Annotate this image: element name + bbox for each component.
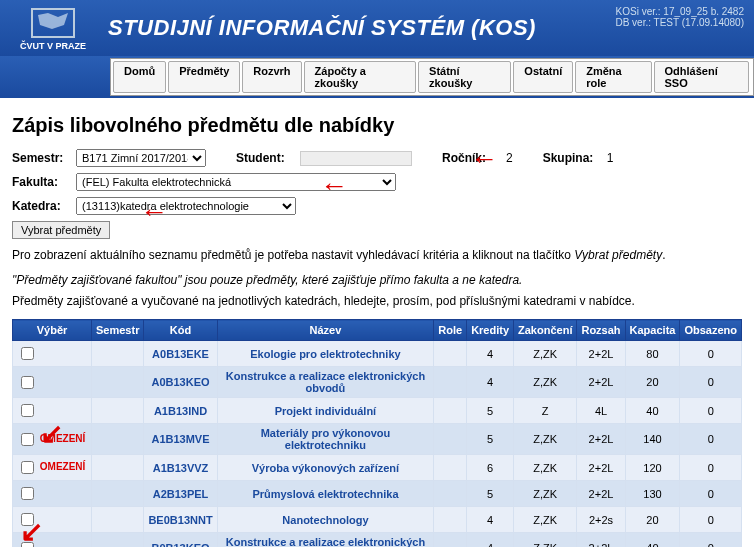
menu-ostatni[interactable]: Ostatní — [513, 61, 573, 93]
semestr-select[interactable]: B171 Zimní 2017/2018 — [76, 149, 206, 167]
katedra-label: Katedra: — [12, 199, 70, 213]
th-vyber[interactable]: Výběr — [13, 320, 92, 341]
cell-nazev[interactable]: Ekologie pro elektrotechniky — [217, 341, 434, 367]
table-row: A2B13PELPrůmyslová elektrotechnika5Z,ZK2… — [13, 481, 742, 507]
cell-role — [434, 455, 467, 481]
row-checkbox[interactable] — [21, 461, 34, 474]
cell-kap: 80 — [625, 341, 680, 367]
cell-kred: 4 — [467, 507, 514, 533]
cell-kap: 40 — [625, 398, 680, 424]
cell-roz: 2+2L — [577, 367, 625, 398]
cell-kod[interactable]: B0B13KEO — [144, 533, 217, 547]
menu-zmena-role[interactable]: Změna role — [575, 61, 651, 93]
menu-odhlaseni[interactable]: Odhlášení SSO — [654, 61, 750, 93]
menu-statni[interactable]: Státní zkoušky — [418, 61, 511, 93]
th-zakonceni[interactable]: Zakončení — [514, 320, 577, 341]
cell-roz: 2+2L — [577, 455, 625, 481]
table-row: A1B13INDProjekt individuální5Z4L400 — [13, 398, 742, 424]
menu-zapocty[interactable]: Zápočty a zkoušky — [304, 61, 416, 93]
cell-zak: Z,ZK — [514, 424, 577, 455]
subjects-table: Výběr Semestr Kód Název Role Kredity Zak… — [12, 319, 742, 547]
cell-kap: 40 — [625, 533, 680, 547]
cell-zak: Z,ZK — [514, 341, 577, 367]
katedra-select[interactable]: (13113)katedra elektrotechnologie — [76, 197, 296, 215]
cell-kred: 5 — [467, 481, 514, 507]
th-role[interactable]: Role — [434, 320, 467, 341]
omezeni-badge: OMEZENÍ — [37, 433, 85, 444]
omezeni-badge: OMEZENÍ — [37, 462, 85, 473]
cell-sem — [92, 367, 144, 398]
fakulta-select[interactable]: (FEL) Fakulta elektrotechnická — [76, 173, 396, 191]
menu-predmety[interactable]: Předměty — [168, 61, 240, 93]
cell-kred: 4 — [467, 367, 514, 398]
table-row: B0B13KEOKonstrukce a realizace elektroni… — [13, 533, 742, 547]
cell-roz: 2+2L — [577, 533, 625, 547]
table-row: A0B13EKEEkologie pro elektrotechniky4Z,Z… — [13, 341, 742, 367]
cell-kod[interactable]: BE0B13NNT — [144, 507, 217, 533]
table-row: BE0B13NNTNanotechnology4Z,ZK2+2s200 — [13, 507, 742, 533]
cell-zak: Z,ZK — [514, 533, 577, 547]
page-title: Zápis libovolného předmětu dle nabídky — [12, 114, 742, 137]
th-kapacita[interactable]: Kapacita — [625, 320, 680, 341]
cell-kod[interactable]: A1B13IND — [144, 398, 217, 424]
kosi-version: KOSi ver.: 17_09_25 b. 2482 — [615, 6, 744, 17]
cell-kap: 140 — [625, 424, 680, 455]
logo-caption: ČVUT V PRAZE — [20, 41, 86, 51]
db-version: DB ver.: TEST (17.09.14080) — [615, 17, 744, 28]
cell-kod[interactable]: A1B13VVZ — [144, 455, 217, 481]
cell-nazev[interactable]: Projekt individuální — [217, 398, 434, 424]
vybrat-predmety-button[interactable]: Vybrat předměty — [12, 221, 110, 239]
menu-domu[interactable]: Domů — [113, 61, 166, 93]
table-row: OMEZENÍA1B13VVZVýroba výkonových zařízen… — [13, 455, 742, 481]
cell-kap: 20 — [625, 367, 680, 398]
row-checkbox[interactable] — [21, 513, 34, 526]
rocnik-value: 2 — [506, 151, 513, 165]
cell-kred: 4 — [467, 533, 514, 547]
cell-obs: 0 — [680, 398, 742, 424]
cell-sem — [92, 398, 144, 424]
cell-zak: Z,ZK — [514, 507, 577, 533]
cell-kod[interactable]: A0B13EKE — [144, 341, 217, 367]
th-semestr[interactable]: Semestr — [92, 320, 144, 341]
cell-nazev[interactable]: Materiály pro výkonovou elektrotechniku — [217, 424, 434, 455]
cell-nazev[interactable]: Konstrukce a realizace elektronických ob… — [217, 367, 434, 398]
th-rozsah[interactable]: Rozsah — [577, 320, 625, 341]
cell-role — [434, 507, 467, 533]
cell-kod[interactable]: A2B13PEL — [144, 481, 217, 507]
menu-rozvrh[interactable]: Rozvrh — [242, 61, 301, 93]
cell-kod[interactable]: A0B13KEO — [144, 367, 217, 398]
cell-kap: 120 — [625, 455, 680, 481]
skupina-label: Skupina: — [543, 151, 601, 165]
student-label: Student: — [236, 151, 294, 165]
row-checkbox[interactable] — [21, 376, 34, 389]
cell-nazev[interactable]: Konstrukce a realizace elektronických ob… — [217, 533, 434, 547]
cell-obs: 0 — [680, 424, 742, 455]
cell-role — [434, 341, 467, 367]
cell-sem — [92, 533, 144, 547]
th-obsazeno[interactable]: Obsazeno — [680, 320, 742, 341]
th-kredity[interactable]: Kredity — [467, 320, 514, 341]
cell-sem — [92, 455, 144, 481]
version-info: KOSi ver.: 17_09_25 b. 2482 DB ver.: TES… — [615, 6, 744, 28]
cell-nazev[interactable]: Nanotechnology — [217, 507, 434, 533]
cell-kred: 5 — [467, 398, 514, 424]
student-value — [300, 151, 412, 166]
cell-obs: 0 — [680, 455, 742, 481]
cell-kod[interactable]: A1B13MVE — [144, 424, 217, 455]
cell-kap: 20 — [625, 507, 680, 533]
cell-kred: 5 — [467, 424, 514, 455]
filter-row-fakulta: Fakulta: (FEL) Fakulta elektrotechnická — [12, 173, 742, 191]
cell-roz: 2+2L — [577, 424, 625, 455]
cell-nazev[interactable]: Výroba výkonových zařízení — [217, 455, 434, 481]
cell-sem — [92, 341, 144, 367]
th-kod[interactable]: Kód — [144, 320, 217, 341]
th-nazev[interactable]: Název — [217, 320, 434, 341]
row-checkbox[interactable] — [21, 542, 34, 547]
row-checkbox[interactable] — [21, 404, 34, 417]
row-checkbox[interactable] — [21, 433, 34, 446]
cell-nazev[interactable]: Průmyslová elektrotechnika — [217, 481, 434, 507]
row-checkbox[interactable] — [21, 347, 34, 360]
cell-role — [434, 398, 467, 424]
row-checkbox[interactable] — [21, 487, 34, 500]
info-line-3: Předměty zajišťované a vyučované na jedn… — [12, 293, 742, 310]
